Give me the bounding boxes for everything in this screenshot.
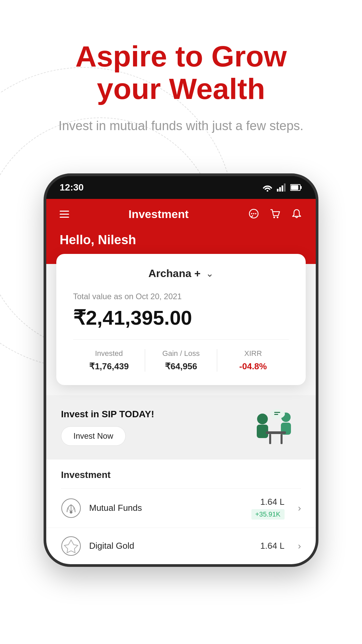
hamburger-menu[interactable]	[60, 211, 69, 218]
status-bar: 12:30	[46, 176, 316, 199]
svg-rect-18	[266, 431, 286, 434]
sip-title: Invest in SIP TODAY!	[61, 409, 154, 420]
svg-point-12	[274, 217, 275, 218]
chevron-down-icon[interactable]: ⌄	[206, 268, 214, 279]
xirr-label: XIRR	[223, 349, 284, 358]
invested-value: ₹1,76,439	[78, 361, 139, 372]
gain-loss-label: Gain / Loss	[150, 349, 212, 358]
svg-rect-1	[277, 189, 279, 192]
wifi-icon	[262, 183, 273, 192]
svg-rect-7	[291, 185, 298, 190]
investment-section: Investment Mutual Funds	[46, 460, 316, 528]
xirr-value: -04.8%	[223, 361, 284, 372]
hero-section: Aspire to Grow your Wealth Invest in mut…	[0, 0, 362, 153]
svg-point-14	[257, 414, 268, 424]
sip-banner: Invest in SIP TODAY! Invest Now	[46, 395, 316, 460]
mutual-funds-name: Mutual Funds	[89, 503, 243, 513]
greeting-text: Hello, Nilesh	[60, 233, 302, 247]
invested-label: Invested	[78, 349, 139, 358]
app-bar-title: Investment	[79, 208, 238, 221]
account-name: Archana +	[148, 267, 201, 280]
svg-rect-22	[274, 412, 280, 413]
svg-marker-28	[64, 540, 78, 553]
svg-point-0	[267, 190, 268, 192]
status-time: 12:30	[60, 182, 84, 193]
status-icons	[262, 183, 302, 192]
mutual-funds-amount: 1.64 L	[251, 497, 285, 507]
svg-rect-6	[300, 186, 302, 189]
chat-icon[interactable]	[248, 208, 259, 220]
portfolio-card: Archana + ⌄ Total value as on Oct 20, 20…	[56, 254, 306, 385]
svg-point-11	[255, 213, 256, 214]
card-header: Archana + ⌄	[73, 267, 289, 280]
svg-rect-23	[274, 414, 278, 415]
gain-loss-stat: Gain / Loss ₹64,956	[145, 349, 217, 372]
hero-subtitle: Invest in mutual funds with just a few s…	[27, 119, 335, 133]
gain-loss-value: ₹64,956	[150, 361, 212, 372]
digital-gold-amount: 1.64 L	[260, 541, 284, 551]
invest-now-button[interactable]: Invest Now	[61, 426, 126, 446]
hero-title: Aspire to Grow your Wealth	[27, 40, 335, 105]
svg-point-25	[70, 511, 72, 514]
total-value-label: Total value as on Oct 20, 2021	[73, 292, 289, 301]
sip-illustration	[247, 407, 301, 447]
svg-point-13	[277, 217, 279, 218]
digital-gold-arrow[interactable]: ›	[298, 541, 301, 551]
svg-rect-15	[257, 425, 268, 438]
investment-section-title: Investment	[61, 470, 301, 480]
mutual-funds-gain: +35.91K	[251, 509, 285, 520]
svg-rect-3	[282, 185, 283, 192]
bell-icon[interactable]	[291, 208, 302, 220]
xirr-stat: XIRR -04.8%	[217, 349, 289, 372]
digital-gold-name: Digital Gold	[89, 541, 252, 551]
total-value: ₹2,41,395.00	[73, 306, 289, 329]
stats-row: Invested ₹1,76,439 Gain / Loss ₹64,956 X…	[73, 339, 289, 372]
svg-point-10	[253, 213, 254, 214]
digital-gold-icon	[61, 536, 81, 556]
app-bar: Investment	[46, 199, 316, 229]
mutual-funds-value: 1.64 L +35.91K	[251, 497, 285, 520]
phone-frame: 12:30	[44, 173, 318, 567]
svg-rect-2	[279, 187, 281, 192]
svg-rect-4	[284, 183, 286, 192]
phone-mockup: 12:30	[44, 173, 318, 567]
list-item[interactable]: Mutual Funds 1.64 L +35.91K ›	[61, 488, 301, 528]
invested-stat: Invested ₹1,76,439	[73, 349, 145, 372]
mutual-funds-icon	[61, 498, 81, 518]
svg-rect-20	[281, 434, 283, 444]
mutual-funds-arrow[interactable]: ›	[298, 503, 301, 514]
cart-icon[interactable]	[269, 208, 281, 220]
list-item[interactable]: Digital Gold 1.64 L ›	[46, 528, 316, 564]
battery-icon	[290, 184, 302, 191]
sip-content-left: Invest in SIP TODAY! Invest Now	[61, 409, 154, 446]
digital-gold-value: 1.64 L	[260, 541, 284, 551]
signal-icon	[277, 183, 286, 192]
svg-rect-19	[269, 434, 271, 444]
svg-point-9	[251, 213, 252, 214]
